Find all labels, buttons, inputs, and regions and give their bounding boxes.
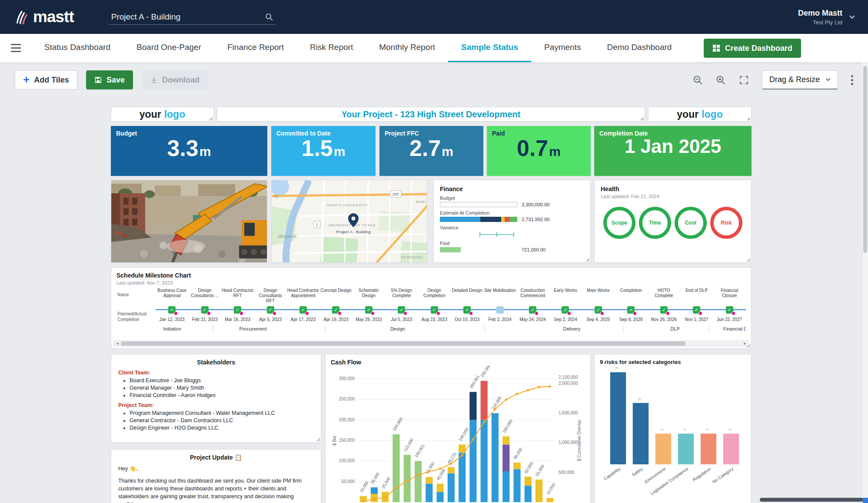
milestone-name: End of DLP [680, 287, 713, 304]
logo-tile-left[interactable]: your logo [111, 107, 214, 122]
milestone[interactable]: Completion✓Sep 8, 2026 [615, 287, 647, 324]
project-title-tile[interactable]: Your Project - 123 High Street Developme… [217, 107, 645, 122]
mastt-logo-icon [16, 10, 29, 24]
phase-label: Delivery [563, 326, 581, 331]
add-tiles-button[interactable]: + Add Tiles [15, 70, 77, 89]
schedule-scrollbar[interactable]: ◀ ▶ [113, 341, 749, 347]
kpi-tile-ffc[interactable]: Project FFC2.7m [379, 126, 483, 176]
milestone-name: HOTO Complete [648, 287, 680, 304]
kpi-tile-budget[interactable]: Budget3.3m [111, 126, 267, 176]
milestone-icon-row: ✓ [365, 304, 372, 316]
scroll-track[interactable] [121, 341, 742, 346]
download-button[interactable]: Download [142, 70, 208, 89]
milestone-name: Head Contractor Appointment [287, 287, 319, 304]
kpi-tile-committed[interactable]: Committed to Date1.5m [271, 126, 376, 176]
milestone[interactable]: Schematic Design✓May 29, 2023 [353, 287, 385, 324]
map[interactable]: 290 1 ke NORTH UNIVERSITY MUELL UNIVERSI… [272, 180, 427, 263]
more-options-button[interactable] [851, 75, 853, 85]
milestone[interactable]: Construction Commenced✓May 24, 2024 [516, 287, 549, 324]
schedule-milestone-tile[interactable]: Schedule Milestone Chart Last updated: N… [111, 267, 752, 349]
svg-text:No Category: No Category [712, 467, 734, 484]
scroll-left-arrow[interactable]: ◀ [114, 341, 121, 346]
tab-status-dashboard[interactable]: Status Dashboard [31, 34, 123, 62]
health-risk-indicator[interactable]: Risk [710, 207, 742, 239]
dashboard-nav: Status DashboardBoard One-PagerFinance R… [0, 34, 868, 63]
health-time-indicator[interactable]: Time [639, 207, 671, 239]
mastt-logo[interactable]: mastt [16, 8, 74, 26]
health-scope-indicator[interactable]: Scope [603, 207, 635, 239]
milestone[interactable]: Financial Closure✓Jun 22, 2027 [713, 287, 745, 324]
milestone[interactable]: Detailed Design✓Oct 10, 2023 [451, 287, 483, 324]
tab-sample-status[interactable]: Sample Status [448, 34, 531, 62]
milestone[interactable]: Concept Design✓Apr 19, 2023 [319, 287, 352, 324]
save-button[interactable]: Save [86, 70, 133, 89]
milestone-badge [273, 311, 276, 315]
kpi-number: 0.7 [517, 137, 548, 159]
fullscreen-button[interactable] [739, 75, 749, 85]
tab-payments[interactable]: Payments [531, 34, 594, 62]
health-tile[interactable]: Health Last updated: Feb 21, 2024 ScopeT… [594, 180, 752, 263]
milestone[interactable]: Site MobilisationFeb 2, 2024 [483, 287, 516, 324]
cash-flow-tile[interactable]: Cash Flow 50,000100,000150,000200,000250… [325, 354, 591, 503]
project-search[interactable] [109, 10, 276, 25]
chevron-down-icon[interactable] [849, 15, 855, 19]
tab-finance-report[interactable]: Finance Report [214, 34, 297, 62]
logo-word-1: your [677, 109, 698, 120]
milestone[interactable]: Design Consultants RFT✓Apr 5, 2023 [254, 287, 286, 324]
scroll-right-arrow[interactable]: ▶ [742, 341, 748, 346]
svg-text:96,000: 96,000 [512, 447, 523, 460]
vertical-scrollbar[interactable] [862, 63, 868, 503]
zoom-out-button[interactable] [693, 75, 703, 85]
map-label-mueller: MUELL [416, 200, 427, 204]
hamburger-menu-icon[interactable] [0, 34, 31, 62]
tab-demo-dashboard[interactable]: Demo Dashboard [594, 34, 685, 62]
milestone[interactable]: Head Contractor RFT✓Mar 16, 2023 [221, 287, 254, 324]
site-photo-tile[interactable] [111, 180, 267, 263]
svg-text:100,001: 100,001 [413, 443, 426, 458]
finance-eac-value: 2,731,992.00 [522, 217, 549, 222]
milestone[interactable]: HOTO Complete✓Nov 26, 2026 [648, 287, 680, 324]
logo-tile-right[interactable]: your logo [648, 107, 752, 122]
svg-text:$ Cumulative Overlay: $ Cumulative Overlay [577, 420, 582, 461]
cash-flow-title: Cash Flow [331, 359, 585, 366]
account-menu[interactable]: Demo Mastt Test Pty Ltd [798, 9, 855, 26]
svg-text:300,000: 300,000 [339, 376, 355, 381]
milestone-name: Schematic Design [353, 287, 385, 304]
milestone-badge [207, 311, 211, 315]
kpi-tile-paid[interactable]: Paid0.7m [487, 126, 591, 176]
milestone[interactable]: Main Works✓Sep 4, 2025 [582, 287, 615, 324]
create-dashboard-button[interactable]: Create Dashboard [704, 39, 801, 58]
risks-tile[interactable]: 9 risks for selected categories 3Capabil… [594, 354, 752, 503]
milestone[interactable]: Early Works✓Sep 2, 2024 [549, 287, 582, 324]
search-icon[interactable] [265, 13, 273, 21]
download-icon [150, 76, 158, 84]
drag-resize-select[interactable]: Drag & Resize [762, 70, 838, 89]
tab-board-one-pager[interactable]: Board One-Pager [123, 34, 214, 62]
milestone[interactable]: Design Completion✓Aug 23, 2023 [418, 287, 451, 324]
tab-monthly-report[interactable]: Monthly Report [366, 34, 448, 62]
scroll-thumb[interactable] [121, 341, 685, 346]
timeline-line [156, 309, 746, 310]
kpi-tile-completion[interactable]: Completion Date1 Jan 2025 [594, 126, 752, 176]
drag-resize-label: Drag & Resize [769, 75, 820, 84]
zoom-in-button[interactable] [716, 75, 726, 85]
zoom-out-icon [693, 75, 703, 85]
milestone[interactable]: Head Contractor Appointment✓Apr 17, 2023 [287, 287, 319, 324]
milestone[interactable]: Design Consultants ...✓Feb 21, 2023 [188, 287, 221, 324]
board-toolbar: + Add Tiles Save Download [0, 63, 868, 97]
vertical-scroll-thumb[interactable] [863, 66, 867, 253]
svg-text:15,000: 15,000 [359, 480, 369, 493]
project-update-tile[interactable]: Project Update 📋 Hey 👋, Thanks for check… [111, 449, 321, 503]
tab-risk-report[interactable]: Risk Report [297, 34, 366, 62]
milestone[interactable]: End of DLP✓Nov 1, 2027 [680, 287, 713, 324]
finance-tile[interactable]: Finance Budget 3,300,000.00 Estimate At … [433, 180, 591, 263]
milestone[interactable]: 5% Design Complete✓Jul 5, 2023 [385, 287, 418, 324]
phase-label: Initiation [163, 326, 181, 331]
search-input[interactable] [111, 12, 255, 22]
horizontal-scroll-thumb[interactable] [760, 498, 863, 502]
project-map-tile[interactable]: 290 1 ke NORTH UNIVERSITY MUELL UNIVERSI… [271, 180, 427, 263]
stakeholders-tile[interactable]: Stakeholders Client Team:Board Executive… [111, 354, 321, 443]
health-cost-indicator[interactable]: Cost [675, 207, 707, 239]
svg-text:1: 1 [705, 427, 709, 432]
milestone[interactable]: Business Case Approval✓Jan 12, 2023 [156, 287, 188, 324]
